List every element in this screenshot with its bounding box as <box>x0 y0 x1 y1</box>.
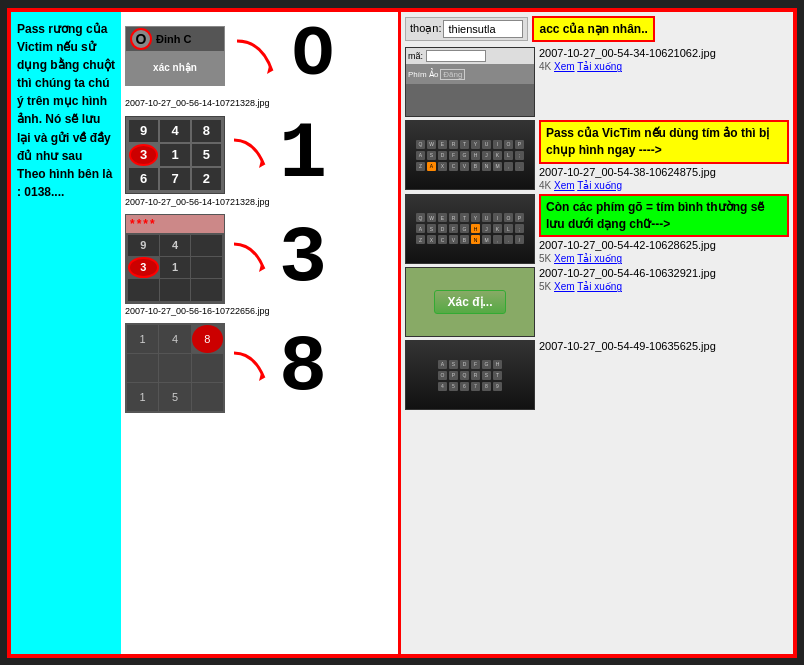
top-input-field[interactable]: thiensutla <box>443 20 523 38</box>
top-section: thoạn: thiensutla acc của nạn nhân.. <box>405 16 789 43</box>
arrow-2 <box>229 239 269 279</box>
big-digit-0: O <box>283 16 343 96</box>
xem-link-2[interactable]: Xem <box>554 253 575 264</box>
right-row-1: QWERTYUIOP ASDFGHJKL; ZAXCVBNM,. Pass củ… <box>405 120 789 191</box>
thumb-2: QWERTYUIOP ASDFGHJKL; ZXCVBNM,./ <box>405 194 535 264</box>
xem-link-0[interactable]: Xem <box>554 61 575 72</box>
left-description: Pass rương của Victim nếu sử dụng bằng c… <box>11 12 121 654</box>
img-label-2: 2007-10-27_00-56-16-10722656.jpg <box>125 306 394 316</box>
ma-input[interactable] <box>426 50 486 62</box>
annotation-1: Pass của VicTim nếu dùng tím ảo thì bị c… <box>539 120 789 164</box>
description-text: Pass rương của Victim nếu sử dụng bằng c… <box>17 22 115 200</box>
filesize-3: 5K Xem Tải xuống <box>539 281 789 292</box>
right-info-2: Còn các phím gõ = tím bình thường sẽ lưu… <box>539 194 789 265</box>
arrow-0 <box>229 36 279 76</box>
thumb-1: QWERTYUIOP ASDFGHJKL; ZAXCVBNM,. <box>405 120 535 190</box>
filename-1: 2007-10-27_00-54-38-10624875.jpg <box>539 166 789 178</box>
left-panel: Pass rương của Victim nếu sử dụng bằng c… <box>11 12 401 654</box>
filename-3: 2007-10-27_00-54-46-10632921.jpg <box>539 267 789 279</box>
numpad-3: 1 4 8 1 5 <box>125 323 225 413</box>
section-2: **** 9 4 3 1 <box>125 214 394 317</box>
arrow-3 <box>229 348 269 388</box>
thumb-4: ASDFGH OPQRST 456789 <box>405 340 535 410</box>
big-digit-2: 3 <box>273 219 333 299</box>
section-3: 1 4 8 1 5 <box>125 323 394 413</box>
arrow-1 <box>229 135 269 175</box>
numpad-1: 9 4 8 3 1 5 6 7 2 <box>125 116 225 194</box>
filename-0: 2007-10-27_00-54-34-10621062.jpg <box>539 47 789 59</box>
thumb-0: mã: Phím Ảo Đăng <box>405 47 535 117</box>
numpad-0: O Đinh C xác nhận <box>125 26 225 86</box>
right-info-4: 2007-10-27_00-54-49-10635625.jpg <box>539 340 789 352</box>
right-info-3: 2007-10-27_00-54-46-10632921.jpg 5K Xem … <box>539 267 789 292</box>
stars-display: **** <box>126 215 224 233</box>
section-1: 9 4 8 3 1 5 6 7 2 <box>125 115 394 208</box>
right-row-3: Xác đị... 2007-10-27_00-54-46-10632921.j… <box>405 267 789 337</box>
top-input-container: thoạn: thiensutla <box>405 17 528 41</box>
right-info-1: Pass của VicTim nếu dùng tím ảo thì bị c… <box>539 120 789 191</box>
xac-nhan-btn: xác nhận <box>153 62 197 73</box>
thumb-3: Xác đị... <box>405 267 535 337</box>
img-row-1: 9 4 8 3 1 5 6 7 2 <box>125 115 394 195</box>
top-annotation: acc của nạn nhân.. <box>532 16 654 43</box>
top-label: thoạn: <box>410 22 441 35</box>
right-row-0: mã: Phím Ảo Đăng 2007-10-27_00-54-34-106… <box>405 47 789 117</box>
section-0: O Đinh C xác nhận <box>125 16 394 109</box>
keyboard-thumb-normal: QWERTYUIOP ASDFGHJKL; ZXCVBNM,./ <box>406 195 534 263</box>
filesize-2: 5K Xem Tải xuống <box>539 253 789 264</box>
highlight-circle-0: O <box>130 28 152 50</box>
numpad-2: **** 9 4 3 1 <box>125 214 225 304</box>
confirm-btn-display: Xác đị... <box>434 290 505 314</box>
dinh-label: Đinh C <box>156 33 191 45</box>
img-row-2: **** 9 4 3 1 <box>125 214 394 304</box>
right-info-0: 2007-10-27_00-54-34-10621062.jpg 4K Xem … <box>539 47 789 72</box>
filename-2: 2007-10-27_00-54-42-10628625.jpg <box>539 239 789 251</box>
main-container: Pass rương của Victim nếu sử dụng bằng c… <box>7 8 797 658</box>
filename-4: 2007-10-27_00-54-49-10635625.jpg <box>539 340 789 352</box>
img-label-1: 2007-10-27_00-56-14-10721328.jpg <box>125 197 394 207</box>
right-panel: thoạn: thiensutla acc của nạn nhân.. mã:… <box>401 12 793 654</box>
annotation-2: Còn các phím gõ = tím bình thường sẽ lưu… <box>539 194 789 238</box>
filesize-0: 4K Xem Tải xuống <box>539 61 789 72</box>
xem-link-3[interactable]: Xem <box>554 281 575 292</box>
img-row-0: O Đinh C xác nhận <box>125 16 394 96</box>
img-row-3: 1 4 8 1 5 <box>125 323 394 413</box>
right-row-2: QWERTYUIOP ASDFGHJKL; ZXCVBNM,./ Còn các… <box>405 194 789 265</box>
big-digit-1: 1 <box>273 115 333 195</box>
left-images-column: O Đinh C xác nhận <box>121 12 398 654</box>
filesize-1: 4K Xem Tải xuống <box>539 180 789 191</box>
img-label-0: 2007-10-27_00-56-14-10721328.jpg <box>125 98 394 108</box>
right-row-4: ASDFGH OPQRST 456789 2007-10-27_00-54-49… <box>405 340 789 410</box>
tai-link-0[interactable]: Tải xuống <box>577 61 622 72</box>
xem-link-1[interactable]: Xem <box>554 180 575 191</box>
keyboard-thumb-active: QWERTYUIOP ASDFGHJKL; ZAXCVBNM,. <box>406 121 534 189</box>
tai-link-1[interactable]: Tải xuống <box>577 180 622 191</box>
mua-label: mã: <box>408 51 423 61</box>
tai-link-3[interactable]: Tải xuống <box>577 281 622 292</box>
tai-link-2[interactable]: Tải xuống <box>577 253 622 264</box>
big-digit-3: 8 <box>273 328 333 408</box>
confirm-thumb: Xác đị... <box>406 268 534 336</box>
keyboard-thumb-2: ASDFGH OPQRST 456789 <box>406 341 534 409</box>
